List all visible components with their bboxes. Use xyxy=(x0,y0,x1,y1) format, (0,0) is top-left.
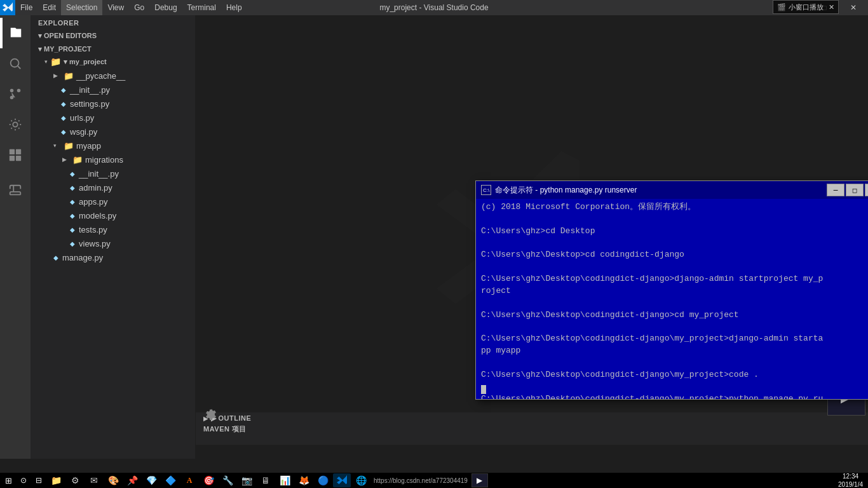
editor-area: C:\ 命令提示符 - python manage.py runserver ─… xyxy=(196,15,868,459)
migrations-arrow-icon: ▶ xyxy=(62,156,70,163)
svg-point-8 xyxy=(13,122,17,126)
folder-arrow-icon: ▾ xyxy=(44,58,48,65)
taskbar-app-8[interactable]: A xyxy=(180,473,198,487)
manage-py-item[interactable]: ◆ manage.py xyxy=(31,250,195,264)
pycache-item[interactable]: ▶ 📁 __pycache__ xyxy=(31,69,195,83)
menu-bar: File Edit Selection View Go Debug Termin… xyxy=(15,0,247,15)
myapp-folder-icon: 📁 xyxy=(64,141,74,151)
vscode-logo-icon xyxy=(0,0,15,15)
migrations-item[interactable]: ▶ 📁 migrations xyxy=(31,152,195,166)
tests-py-item[interactable]: ◆ tests.py xyxy=(31,222,195,236)
cmd-body: (c) 2018 Microsoft Corporation。保留所有权利。 C… xyxy=(476,199,868,399)
taskbar-app-7[interactable]: 🔷 xyxy=(161,473,179,487)
urls-py-item[interactable]: ◆ urls.py xyxy=(31,111,195,125)
svg-rect-2 xyxy=(12,36,17,37)
svg-rect-11 xyxy=(10,156,15,161)
task-view-button[interactable]: ⊟ xyxy=(32,473,46,487)
taskbar-app-12[interactable]: 🖥 xyxy=(257,473,275,487)
taskbar-app-6[interactable]: 💎 xyxy=(142,473,160,487)
admin-py-item[interactable]: ◆ admin.py xyxy=(31,180,195,194)
video-badge: 🎬 小窗口播放 ✕ xyxy=(773,0,839,14)
admin-py-label: admin.py xyxy=(79,183,112,193)
taskbar-app-4[interactable]: 🎨 xyxy=(104,473,122,487)
settings-py-label: settings.py xyxy=(70,99,109,109)
taskbar-app-9[interactable]: 🎯 xyxy=(200,473,217,487)
svg-rect-12 xyxy=(16,156,21,161)
taskbar-clock: 12:34 2019/1/4 xyxy=(834,472,867,488)
open-editors-header[interactable]: ▾ OPEN EDITORS xyxy=(31,30,195,41)
cortana-button[interactable]: ⊙ xyxy=(17,473,31,487)
taskbar-app-1[interactable]: 📁 xyxy=(47,473,65,487)
test-activity-icon[interactable] xyxy=(0,175,31,206)
models-diamond-icon: ◆ xyxy=(70,212,75,219)
project-folder-label: ▾ my_project xyxy=(64,58,107,66)
svg-rect-1 xyxy=(12,33,20,34)
cmd-text: (c) 2018 Microsoft Corporation。保留所有权利。 C… xyxy=(481,201,868,399)
video-badge-icon: 🎬 xyxy=(777,3,786,11)
taskbar-app-2[interactable]: ⚙ xyxy=(66,473,84,487)
menu-selection[interactable]: Selection xyxy=(61,0,102,15)
apps-diamond-icon: ◆ xyxy=(70,198,75,205)
cmd-window-icon: C:\ xyxy=(481,185,491,195)
menu-go[interactable]: Go xyxy=(129,0,149,15)
settings-py-item[interactable]: ◆ settings.py xyxy=(31,97,195,111)
source-control-activity-icon[interactable] xyxy=(0,79,31,109)
svg-rect-10 xyxy=(16,149,21,154)
urls-diamond-icon: ◆ xyxy=(61,114,66,121)
views-py-item[interactable]: ◆ views.py xyxy=(31,236,195,250)
models-py-item[interactable]: ◆ models.py xyxy=(31,208,195,222)
cmd-minimize-button[interactable]: ─ xyxy=(827,184,844,196)
explorer-activity-icon[interactable] xyxy=(0,18,31,48)
apps-py-item[interactable]: ◆ apps.py xyxy=(31,194,195,208)
taskbar-app-13[interactable]: 📊 xyxy=(276,473,294,487)
svg-point-5 xyxy=(10,89,14,93)
taskbar: ⊞ ⊙ ⊟ 📁 ⚙ ✉ 🎨 📌 💎 🔷 A 🎯 🔧 📷 🖥 📊 🦊 🔵 🌐 ht… xyxy=(0,473,868,488)
close-button[interactable]: ✕ xyxy=(839,0,868,15)
wsgi-py-item[interactable]: ◆ wsgi.py xyxy=(31,125,195,139)
menu-edit[interactable]: Edit xyxy=(37,0,61,15)
activity-bar xyxy=(0,15,31,459)
taskbar-app-10[interactable]: 🔧 xyxy=(219,473,236,487)
video-badge-close[interactable]: ✕ xyxy=(829,3,834,11)
clock-date: 2019/1/4 xyxy=(838,480,863,488)
manage-diamond-icon: ◆ xyxy=(53,254,58,261)
menu-view[interactable]: View xyxy=(102,0,129,15)
cmd-window: C:\ 命令提示符 - python manage.py runserver ─… xyxy=(475,180,868,400)
start-button[interactable]: ⊞ xyxy=(1,473,15,487)
init-py-label: __init__.py xyxy=(70,85,110,95)
outline-panel-header[interactable]: ▶ ▶ OUTLINE xyxy=(196,412,868,424)
maven-panel-header[interactable]: MAVEN 项目 xyxy=(196,424,868,436)
myapp-init-item[interactable]: ◆ __init__.py xyxy=(31,166,195,180)
search-activity-icon[interactable] xyxy=(0,48,31,79)
menu-debug[interactable]: Debug xyxy=(149,0,182,15)
pycache-label: __pycache__ xyxy=(76,71,125,81)
debug-activity-icon[interactable] xyxy=(0,109,31,140)
taskbar-app-vscode[interactable] xyxy=(333,473,351,487)
manage-py-label: manage.py xyxy=(62,253,103,262)
settings-gear-button[interactable] xyxy=(196,399,226,430)
migrations-label: migrations xyxy=(85,155,123,165)
menu-terminal[interactable]: Terminal xyxy=(182,0,221,15)
explorer-header[interactable]: EXPLORER xyxy=(31,15,195,30)
myapp-label: myapp xyxy=(76,141,101,151)
cmd-cursor xyxy=(481,385,486,394)
menu-help[interactable]: Help xyxy=(221,0,247,15)
myapp-init-label: __init__.py xyxy=(79,169,119,179)
taskbar-app-16[interactable]: 🌐 xyxy=(352,473,370,487)
project-header[interactable]: ▾ MY_PROJECT xyxy=(31,44,195,55)
taskbar-app-5[interactable]: 📌 xyxy=(123,473,141,487)
wsgi-py-label: wsgi.py xyxy=(70,127,97,137)
taskbar-app-14[interactable]: 🦊 xyxy=(295,473,313,487)
project-folder-item[interactable]: ▾ 📁 ▾ my_project xyxy=(31,55,195,69)
menu-file[interactable]: File xyxy=(15,0,37,15)
myapp-item[interactable]: ▾ 📁 myapp xyxy=(31,139,195,152)
taskbar-app-3[interactable]: ✉ xyxy=(85,473,103,487)
taskbar-app-11[interactable]: 📷 xyxy=(238,473,255,487)
init-py-item[interactable]: ◆ __init__.py xyxy=(31,83,195,97)
svg-rect-9 xyxy=(10,149,15,154)
cmd-close-button[interactable]: ✕ xyxy=(865,184,868,196)
cmd-maximize-button[interactable]: □ xyxy=(846,184,864,196)
extensions-activity-icon[interactable] xyxy=(0,140,31,170)
taskbar-app-15[interactable]: 🔵 xyxy=(314,473,332,487)
taskbar-video-button[interactable]: ▶ xyxy=(471,473,488,487)
